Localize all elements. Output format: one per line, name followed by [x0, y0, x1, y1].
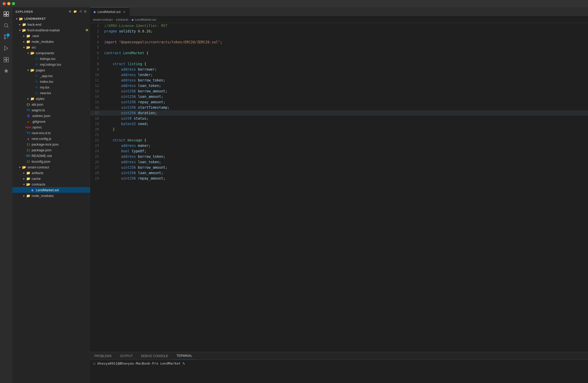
sidebar-item-mylistings[interactable]: ⚛ myListings.tsx: [12, 61, 90, 67]
folder-open-icon: 📂: [26, 45, 31, 50]
folder-open-icon: 📂: [30, 51, 35, 55]
sidebar-item-node-modules-sc[interactable]: ▸ 📁 node_modules: [12, 193, 90, 199]
folder-icon: 📁: [26, 176, 31, 181]
folder-icon: 📁: [22, 22, 26, 27]
git-icon: ⬥: [26, 119, 31, 124]
sidebar-item-contracts[interactable]: ▾ 📂 contracts: [12, 181, 90, 187]
sidebar-item-cache[interactable]: ▸ 📁 cache: [12, 176, 90, 181]
sidebar: Explorer ⊕ 📁 ↺ ⊟ ▾ 📂 LENDMARKET ▸ 📁 back…: [12, 7, 90, 383]
tab-terminal[interactable]: TERMINAL: [172, 352, 197, 360]
sidebar-item-lendmarket-sol[interactable]: ◆ LendMarket.sol: [12, 187, 90, 193]
sidebar-item-artifacts-label: artifacts: [32, 171, 88, 175]
line-content: struct message {: [103, 138, 146, 143]
line-content: address loan_token;: [103, 83, 161, 88]
sidebar-item-smartcontract[interactable]: ▾ 📂 smart-contract: [12, 164, 90, 170]
close-button[interactable]: [3, 2, 6, 5]
sidebar-item-styles[interactable]: ▸ 📁 styles: [12, 96, 90, 101]
sidebar-item-artifacts[interactable]: ▸ 📁 artifacts: [12, 170, 90, 176]
sidebar-header-icons: ⊕ 📁 ↺ ⊟: [68, 9, 87, 14]
breadcrumb-smartcontract[interactable]: smart-contract: [93, 18, 113, 22]
json-icon: { }: [26, 102, 31, 107]
chevron-down-icon: ▾: [18, 28, 22, 32]
chevron-right-icon: ▸: [22, 39, 26, 44]
folder-icon: 📁: [26, 193, 31, 198]
sidebar-item-abi[interactable]: { } abi.json: [12, 101, 90, 107]
sidebar-item-nextenv[interactable]: TS next-env.d.ts: [12, 130, 90, 136]
line-content: pragma solidity 0.8.26;: [103, 29, 153, 34]
terminal-content[interactable]: ○ bhavya0911@Bhavyas-MacBook-Pro LendMar…: [90, 360, 588, 383]
json-icon: { }: [26, 159, 31, 164]
sidebar-item-listings-label: listings.tsx: [40, 57, 88, 61]
chevron-right-icon: ▸: [26, 97, 30, 101]
sidebar-item-wagmi[interactable]: TS wagmi.ts: [12, 107, 90, 113]
chevron-down-icon: ▾: [26, 68, 30, 72]
line-content: address loan_token;: [103, 159, 161, 165]
line-content: uint256 borrow_amount;: [103, 165, 167, 170]
line-content: [103, 132, 104, 138]
line-content: address borrow_token;: [103, 154, 165, 159]
sidebar-item-nextconfig[interactable]: ▲ next.config.js: [12, 136, 90, 141]
new-folder-icon[interactable]: 📁: [73, 9, 78, 14]
terminal-text: bhavya0911@Bhavyas-MacBook-Pro LendMarke…: [97, 361, 185, 365]
sidebar-item-index[interactable]: ⚛ index.tsx: [12, 79, 90, 84]
line-number: 13: [90, 88, 103, 94]
run-activity-icon[interactable]: [2, 44, 11, 53]
collapse-icon[interactable]: ⊟: [83, 9, 87, 14]
line-content: //SPDX-License-Identifier: MIT: [103, 23, 167, 29]
refresh-icon[interactable]: ↺: [79, 9, 82, 14]
main-container: Explorer ⊕ 📁 ↺ ⊟ ▾ 📂 LENDMARKET ▸ 📁 back…: [0, 7, 588, 383]
sidebar-item-root[interactable]: ▾ 📂 LENDMARKET: [12, 16, 90, 22]
sidebar-item-new[interactable]: ⚛ new.tsx: [12, 90, 90, 96]
extensions-activity-icon[interactable]: [2, 55, 11, 64]
maximize-button[interactable]: [12, 2, 15, 5]
sidebar-item-pages[interactable]: ▾ 📂 pages: [12, 67, 90, 73]
sol-tab-icon: ◆: [93, 10, 96, 14]
sidebar-item-npmrc-label: .npmrc: [32, 125, 88, 129]
sidebar-item-frontend[interactable]: ▾ 📂 front-end/lend-market M: [12, 27, 90, 33]
sidebar-item-npmrc[interactable]: npm .npmrc: [12, 124, 90, 130]
sidebar-item-listings[interactable]: ⚛ listings.tsx: [12, 56, 90, 61]
copilot-activity-icon[interactable]: [2, 66, 11, 76]
ts-icon: TS: [26, 131, 31, 135]
sidebar-item-app[interactable]: ⚛ _app.tsx: [12, 73, 90, 79]
breadcrumb-contracts[interactable]: contracts: [116, 18, 129, 22]
terminal-panel: PROBLEMS OUTPUT DEBUG CONSOLE TERMINAL ○…: [90, 352, 588, 383]
sidebar-item-gitignore[interactable]: ⬥ .gitignore: [12, 119, 90, 124]
folder-icon: 📁: [26, 39, 31, 44]
terminal-tabs: PROBLEMS OUTPUT DEBUG CONSOLE TERMINAL: [90, 352, 588, 360]
tab-debug-console[interactable]: DEBUG CONSOLE: [137, 352, 172, 360]
folder-open-icon: 📂: [26, 182, 31, 187]
sidebar-item-packagelock[interactable]: { } package-lock.json: [12, 141, 90, 147]
sidebar-item-my-label: my.tsx: [40, 85, 88, 89]
sidebar-item-readme[interactable]: MD README.md: [12, 153, 90, 159]
code-line-28: 28 uint256 loan_amount;: [90, 170, 588, 176]
tab-problems[interactable]: PROBLEMS: [90, 352, 116, 360]
minimize-button[interactable]: [7, 2, 10, 5]
sidebar-item-components[interactable]: ▾ 📂 components: [12, 50, 90, 56]
sidebar-item-eslint[interactable]: ⬟ .eslintrc.json: [12, 113, 90, 119]
svg-point-7: [7, 35, 9, 36]
tab-close-button[interactable]: ×: [122, 10, 126, 14]
sidebar-item-next[interactable]: ▸ 📁 .next: [12, 33, 90, 39]
tab-output[interactable]: OUTPUT: [116, 352, 137, 360]
code-editor[interactable]: 1 //SPDX-License-Identifier: MIT 2 pragm…: [90, 23, 588, 352]
chevron-none: [22, 148, 26, 152]
sidebar-item-node-modules-fe[interactable]: ▸ 📁 node_modules: [12, 39, 90, 44]
folder-icon: 📁: [26, 170, 31, 175]
sidebar-item-packagejson[interactable]: { } package.json: [12, 147, 90, 153]
editor-tab-lendmarket[interactable]: ◆ LendMarket.sol ×: [90, 7, 130, 16]
line-content: uint256 loan_amount;: [103, 94, 163, 99]
nextjs-icon: ▲: [26, 136, 31, 141]
new-file-icon[interactable]: ⊕: [68, 9, 72, 14]
sidebar-item-backend[interactable]: ▸ 📁 back-end: [12, 22, 90, 27]
source-control-activity-icon[interactable]: [2, 32, 11, 42]
tsx-icon: ⚛: [34, 85, 39, 90]
explorer-activity-icon[interactable]: [2, 9, 11, 19]
sidebar-item-src[interactable]: ▾ 📂 src: [12, 44, 90, 50]
sidebar-item-tsconfig[interactable]: { } tsconfig.json: [12, 159, 90, 164]
code-line-14: 14 uint256 loan_amount;: [90, 94, 588, 99]
sidebar-item-my[interactable]: ⚛ my.tsx: [12, 84, 90, 90]
breadcrumb-lendmarket[interactable]: LendMarket.sol: [135, 18, 156, 22]
search-activity-icon[interactable]: [2, 21, 11, 30]
line-number: 11: [90, 78, 103, 83]
